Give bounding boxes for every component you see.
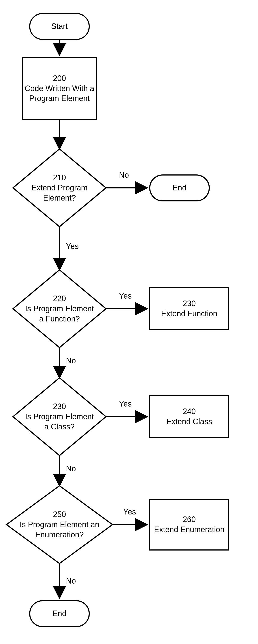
process-label: Code Written With a Program Element bbox=[23, 84, 96, 104]
process-260-extend-enumeration: 260 Extend Enumeration bbox=[149, 499, 229, 550]
decision-210-extend-program-element: 210 Extend Program Element? bbox=[13, 149, 106, 227]
edge-label-no: No bbox=[66, 464, 76, 473]
decision-230-is-class: 230 Is Program Element a Class? bbox=[13, 378, 106, 456]
end-terminator-1: End bbox=[149, 174, 210, 202]
start-terminator: Start bbox=[29, 13, 90, 40]
process-ref: 260 bbox=[183, 514, 196, 524]
edge-label-yes: Yes bbox=[119, 400, 132, 408]
process-label: Extend Enumeration bbox=[154, 524, 224, 535]
edge-label-yes: Yes bbox=[66, 242, 79, 251]
edge-label-yes: Yes bbox=[123, 507, 136, 516]
process-ref: 240 bbox=[183, 406, 196, 417]
process-label: Extend Function bbox=[161, 309, 217, 319]
edge-label-yes: Yes bbox=[119, 292, 132, 300]
decision-label: Is Program Element a Function? bbox=[25, 304, 94, 323]
edge-label-no: No bbox=[66, 356, 76, 365]
process-label: Extend Class bbox=[166, 417, 212, 427]
decision-ref: 210 bbox=[53, 173, 66, 182]
end-terminator-2: End bbox=[29, 600, 90, 627]
decision-label: Extend Program Element? bbox=[31, 183, 88, 202]
process-200-code-written: 200 Code Written With a Program Element bbox=[22, 57, 97, 120]
process-240-extend-class: 240 Extend Class bbox=[149, 395, 229, 438]
decision-ref: 230 bbox=[53, 402, 66, 411]
decision-label: Is Program Element an Enumeration? bbox=[20, 520, 99, 539]
process-230-extend-function: 230 Extend Function bbox=[149, 287, 229, 330]
decision-ref: 220 bbox=[53, 294, 66, 303]
edge-label-no: No bbox=[66, 576, 76, 586]
start-label: Start bbox=[51, 21, 68, 32]
process-ref: 230 bbox=[183, 298, 196, 309]
decision-220-is-function: 220 Is Program Element a Function? bbox=[13, 270, 106, 348]
decision-250-is-enumeration: 250 Is Program Element an Enumeration? bbox=[7, 486, 112, 564]
process-ref: 200 bbox=[53, 74, 66, 84]
decision-ref: 250 bbox=[53, 510, 66, 519]
decision-label: Is Program Element a Class? bbox=[25, 412, 94, 431]
end-label: End bbox=[53, 608, 66, 619]
end-label: End bbox=[173, 183, 186, 193]
edge-label-no: No bbox=[119, 170, 129, 180]
